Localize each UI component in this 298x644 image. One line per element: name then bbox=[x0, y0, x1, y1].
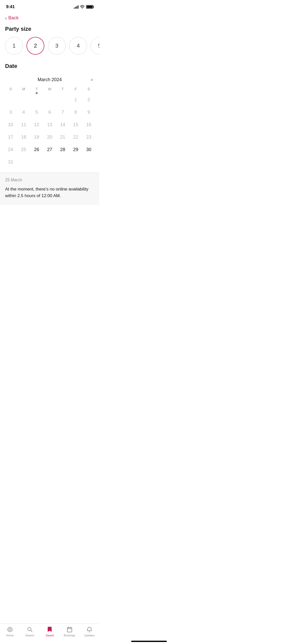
weekday-thu: T bbox=[56, 85, 69, 93]
party-size-3[interactable]: 3 bbox=[48, 37, 66, 55]
calendar-day-empty bbox=[30, 94, 43, 106]
weekday-sat: S bbox=[82, 85, 95, 93]
calendar-day-18[interactable]: 18 bbox=[17, 131, 30, 143]
back-label: Back bbox=[8, 15, 19, 21]
calendar-day-15[interactable]: 15 bbox=[69, 119, 82, 131]
calendar-day-empty bbox=[17, 94, 30, 106]
calendar-day-26[interactable]: 26 bbox=[30, 143, 43, 156]
calendar-day-31[interactable]: 31 bbox=[4, 156, 17, 168]
party-size-4[interactable]: 4 bbox=[69, 37, 87, 55]
back-button[interactable]: ‹ Back bbox=[0, 12, 99, 23]
calendar-day-11[interactable]: 11 bbox=[17, 119, 30, 131]
status-bar: 9:41 bbox=[0, 0, 99, 12]
calendar-day-empty bbox=[56, 94, 69, 106]
party-size-1[interactable]: 1 bbox=[5, 37, 23, 55]
calendar-weekdays: S M T W T F S bbox=[4, 85, 95, 94]
calendar-day-28[interactable]: 28 bbox=[56, 143, 69, 156]
wifi-icon bbox=[80, 5, 85, 9]
calendar-next-button[interactable]: › bbox=[91, 76, 93, 82]
no-avail-date: 25 March bbox=[5, 178, 94, 182]
calendar-day-12[interactable]: 12 bbox=[30, 119, 43, 131]
no-avail-message: At the moment, there's no online availab… bbox=[5, 186, 94, 199]
calendar-day-5[interactable]: 5 bbox=[30, 106, 43, 119]
calendar-day-7[interactable]: 7 bbox=[56, 106, 69, 119]
no-availability-section: 25 March At the moment, there's no onlin… bbox=[0, 173, 99, 205]
weekday-sun: S bbox=[4, 85, 17, 93]
calendar-day-8[interactable]: 8 bbox=[69, 106, 82, 119]
calendar-day-1[interactable]: 1 bbox=[69, 94, 82, 106]
calendar-day-9[interactable]: 9 bbox=[82, 106, 95, 119]
party-size-5[interactable]: 5 bbox=[91, 37, 99, 55]
calendar-day-16[interactable]: 16 bbox=[82, 119, 95, 131]
calendar-day-24[interactable]: 24 bbox=[4, 143, 17, 156]
weekday-wed: W bbox=[43, 85, 56, 93]
calendar-day-empty bbox=[43, 94, 56, 106]
weekday-tue: T bbox=[30, 85, 43, 93]
status-time: 9:41 bbox=[6, 4, 15, 9]
calendar-day-2[interactable]: 2 bbox=[82, 94, 95, 106]
back-chevron-icon: ‹ bbox=[5, 16, 7, 21]
calendar-day-13[interactable]: 13 bbox=[43, 119, 56, 131]
calendar: March 2024 › S M T W T F S 1 2 3 4 5 6 7… bbox=[0, 73, 99, 168]
calendar-day-3[interactable]: 3 bbox=[4, 106, 17, 119]
weekday-mon: M bbox=[17, 85, 30, 93]
date-label: Date bbox=[0, 60, 99, 73]
calendar-day-29[interactable]: 29 bbox=[69, 143, 82, 156]
calendar-day-17[interactable]: 17 bbox=[4, 131, 17, 143]
signal-bars-icon bbox=[74, 5, 78, 9]
calendar-header: March 2024 › bbox=[4, 73, 95, 85]
calendar-day-19[interactable]: 19 bbox=[30, 131, 43, 143]
calendar-day-25[interactable]: 25 bbox=[17, 143, 30, 156]
status-icons bbox=[74, 5, 93, 9]
calendar-day-6[interactable]: 6 bbox=[43, 106, 56, 119]
calendar-day-empty bbox=[4, 94, 17, 106]
party-size-label: Party size bbox=[0, 23, 99, 36]
svg-point-0 bbox=[82, 8, 83, 9]
calendar-day-21[interactable]: 21 bbox=[56, 131, 69, 143]
calendar-day-20[interactable]: 20 bbox=[43, 131, 56, 143]
weekday-fri: F bbox=[69, 85, 82, 93]
calendar-grid: 1 2 3 4 5 6 7 8 9 10 11 12 13 14 15 16 1… bbox=[4, 94, 95, 168]
calendar-month-year: March 2024 bbox=[37, 77, 62, 82]
calendar-day-10[interactable]: 10 bbox=[4, 119, 17, 131]
calendar-day-22[interactable]: 22 bbox=[69, 131, 82, 143]
battery-icon bbox=[86, 5, 93, 9]
party-size-2[interactable]: 2 bbox=[26, 37, 44, 55]
calendar-day-14[interactable]: 14 bbox=[56, 119, 69, 131]
calendar-day-27[interactable]: 27 bbox=[43, 143, 56, 156]
calendar-day-30[interactable]: 30 bbox=[82, 143, 95, 156]
calendar-day-23[interactable]: 23 bbox=[82, 131, 95, 143]
party-size-options: 1 2 3 4 5 6 7 bbox=[0, 36, 99, 60]
calendar-day-4[interactable]: 4 bbox=[17, 106, 30, 119]
